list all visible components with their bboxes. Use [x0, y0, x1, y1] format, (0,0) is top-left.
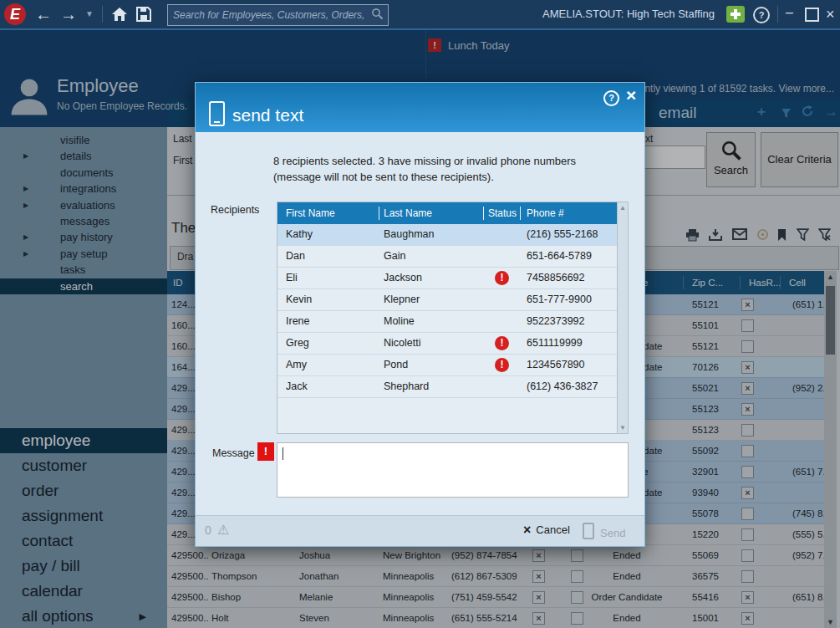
recipient-last-name: Klepner	[384, 289, 420, 310]
recipient-first-name: Irene	[286, 311, 310, 332]
recipient-last-name: Baughman	[384, 224, 434, 245]
invalid-phone-icon	[495, 336, 509, 350]
recipient-first-name: Greg	[286, 333, 309, 354]
column-header-phone[interactable]: Phone #	[527, 202, 564, 224]
text-caret	[283, 447, 283, 460]
recipient-phone: 6511119999	[527, 333, 583, 354]
home-icon[interactable]	[110, 5, 129, 27]
recipient-phone: (612) 436-3827	[527, 376, 598, 397]
phone-icon	[209, 101, 225, 126]
dialog-help-icon[interactable]: ?	[603, 90, 619, 106]
search-icon[interactable]	[371, 8, 388, 23]
column-header-status[interactable]: Status	[488, 202, 517, 224]
app-logo-icon[interactable]: E	[4, 3, 26, 25]
divider	[483, 207, 484, 220]
message-label: Message	[212, 447, 255, 459]
top-bar: E ← → ▼ AMELIA.STOUT: High Tech Staffing…	[0, 0, 840, 30]
close-window-button[interactable]: ×	[826, 0, 835, 28]
maximize-button[interactable]	[805, 8, 819, 22]
dialog-title: send text	[232, 105, 303, 125]
column-header-last-name[interactable]: Last Name	[384, 202, 432, 224]
minimize-button[interactable]: ‒	[786, 0, 793, 25]
recipients-summary: 8 recipients selected. 3 have missing or…	[273, 153, 614, 185]
recipient-last-name: Nicoletti	[384, 333, 420, 354]
recipients-header-row: First Name Last Name Status Phone #	[277, 202, 617, 224]
recipient-phone: (216) 555-2168	[527, 224, 598, 245]
recipient-last-name: Pond	[384, 355, 408, 375]
save-icon[interactable]	[135, 6, 152, 26]
recipient-phone: 9522373992	[527, 311, 585, 332]
recipients-table: First Name Last Name Status Phone # Kath…	[277, 202, 618, 434]
recipient-row[interactable]: KevinKlepner651-777-9900	[277, 289, 617, 311]
scroll-up-icon[interactable]: ▲	[618, 204, 628, 212]
recipient-last-name: Shephard	[384, 376, 429, 397]
recipient-first-name: Jack	[286, 376, 308, 397]
quick-add-icon[interactable]	[726, 6, 745, 23]
recipient-first-name: Dan	[286, 246, 305, 267]
help-icon[interactable]: ?	[753, 7, 770, 23]
phone-icon	[583, 523, 594, 539]
cancel-button[interactable]: ×Cancel	[523, 523, 570, 538]
column-header-first-name[interactable]: First Name	[286, 202, 335, 224]
recipients-label: Recipients	[211, 204, 259, 216]
global-search-box	[167, 4, 389, 26]
scroll-down-icon[interactable]: ▼	[618, 424, 628, 431]
send-button[interactable]: Send	[583, 523, 625, 539]
recipient-row[interactable]: EliJackson7458856692	[277, 268, 617, 289]
recipient-last-name: Moline	[384, 311, 415, 332]
recipient-phone: 7458856692	[527, 268, 585, 288]
divider	[102, 6, 103, 23]
application-window: E ← → ▼ AMELIA.STOUT: High Tech Staffing…	[0, 0, 840, 628]
recipient-first-name: Amy	[286, 355, 307, 375]
recipient-first-name: Kathy	[286, 224, 313, 245]
recipient-last-name: Gain	[384, 246, 405, 267]
invalid-phone-icon	[495, 271, 509, 285]
recipient-row[interactable]: KathyBaughman(216) 555-2168	[277, 224, 617, 246]
recipient-row[interactable]: JackShephard(612) 436-3827	[277, 376, 617, 398]
send-text-dialog: send text ? × 8 recipients selected. 3 h…	[195, 82, 645, 547]
cancel-x-icon: ×	[523, 523, 531, 537]
history-caret-icon[interactable]: ▼	[85, 0, 94, 28]
recipient-last-name: Jackson	[384, 268, 422, 288]
character-count: 0	[205, 523, 211, 537]
recipient-phone: 651-664-5789	[527, 246, 592, 267]
message-textarea[interactable]	[277, 442, 629, 498]
recipient-row[interactable]: AmyPond1234567890	[277, 355, 617, 376]
recipient-phone: 651-777-9900	[527, 289, 592, 310]
recipients-rows: KathyBaughman(216) 555-2168DanGain651-66…	[277, 224, 617, 398]
invalid-phone-icon	[495, 358, 509, 372]
recipient-first-name: Kevin	[286, 289, 312, 310]
recipient-row[interactable]: IreneMoline9522373992	[277, 311, 617, 333]
divider	[379, 207, 379, 220]
account-label: AMELIA.STOUT: High Tech Staffing	[542, 0, 715, 28]
message-error-icon: !	[257, 442, 274, 461]
recipient-phone: 1234567890	[527, 355, 585, 375]
divider	[777, 6, 778, 23]
warning-icon: ⚠	[217, 522, 229, 538]
recipients-scrollbar[interactable]: ▲ ▼	[617, 202, 629, 434]
forward-arrow-icon[interactable]: →	[60, 0, 77, 28]
dialog-close-icon[interactable]: ×	[626, 85, 636, 105]
global-search-input[interactable]	[168, 9, 371, 21]
dialog-footer: 0 ⚠ ×Cancel Send	[196, 515, 644, 546]
recipient-row[interactable]: GregNicoletti6511119999	[277, 333, 617, 355]
divider	[520, 207, 521, 220]
back-arrow-icon[interactable]: ←	[35, 0, 52, 28]
dialog-header[interactable]: send text ? ×	[196, 83, 644, 132]
recipient-row[interactable]: DanGain651-664-5789	[277, 246, 617, 268]
recipient-first-name: Eli	[286, 268, 298, 288]
